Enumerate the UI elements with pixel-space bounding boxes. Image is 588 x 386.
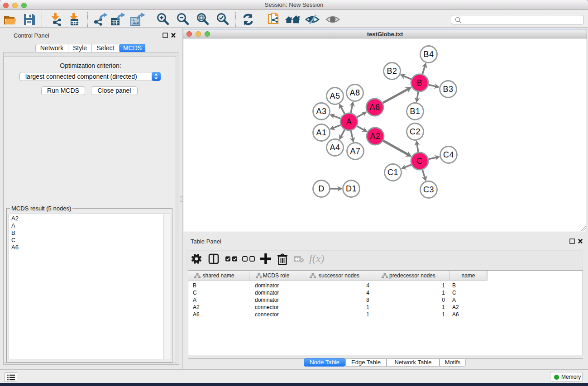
svg-text:C: C	[416, 157, 423, 166]
svg-text:A3: A3	[316, 107, 326, 116]
svg-text:A8: A8	[349, 88, 360, 97]
svg-text:A: A	[346, 117, 352, 126]
svg-text:A4: A4	[330, 143, 340, 152]
svg-text:B3: B3	[443, 85, 453, 94]
svg-text:C3: C3	[423, 185, 434, 194]
svg-text:B4: B4	[423, 50, 434, 59]
svg-text:B: B	[417, 78, 423, 87]
svg-text:A5: A5	[330, 91, 340, 100]
svg-text:D: D	[318, 184, 325, 193]
svg-text:A6: A6	[369, 103, 380, 112]
svg-text:A2: A2	[370, 132, 380, 141]
svg-text:A7: A7	[350, 147, 360, 156]
svg-text:A1: A1	[316, 128, 326, 137]
svg-text:D1: D1	[346, 184, 357, 193]
svg-text:C2: C2	[410, 127, 421, 136]
svg-text:C1: C1	[387, 168, 398, 177]
svg-text:B1: B1	[410, 107, 420, 116]
svg-text:B2: B2	[387, 67, 397, 76]
svg-text:C4: C4	[443, 150, 454, 159]
